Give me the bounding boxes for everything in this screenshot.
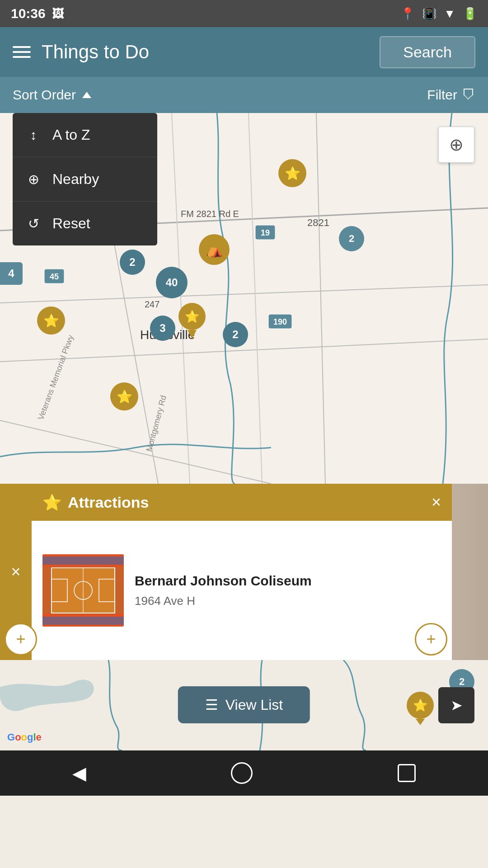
sort-reset-icon: ↺ <box>25 216 42 231</box>
svg-text:190: 190 <box>273 317 287 326</box>
sort-order-button[interactable]: Sort Order <box>13 87 91 103</box>
list-icon: ☰ <box>205 696 218 713</box>
filter-button[interactable]: Filter ⛉ <box>427 87 475 103</box>
pin-circle: ⭐ <box>178 303 206 330</box>
sort-reset[interactable]: ↺ Reset <box>13 202 157 245</box>
battery-icon: 🔋 <box>463 7 477 21</box>
map-marker-gold-2[interactable]: ⭐ <box>37 307 65 335</box>
recents-button[interactable] <box>380 760 434 787</box>
cluster-2-right[interactable]: 2 <box>339 226 364 251</box>
sort-nearby[interactable]: ⊕ Nearby <box>13 157 157 202</box>
image-icon: 🖼 <box>52 7 64 21</box>
map-bottom: 2 ☰ View List ➤ ⭐ Google <box>0 660 488 750</box>
home-button[interactable] <box>213 758 271 788</box>
sort-nearby-icon: ⊕ <box>25 171 42 187</box>
map-marker-gold-3[interactable]: ⭐ <box>110 382 138 410</box>
sort-arrow-icon <box>82 92 91 98</box>
next-card-preview[interactable] <box>452 484 488 660</box>
view-list-button[interactable]: ☰ View List <box>178 686 310 723</box>
svg-rect-27 <box>42 617 124 625</box>
card-panel: ⭐ Attractions × <box>32 484 452 660</box>
map-cluster-3[interactable]: 3 <box>150 316 175 341</box>
sort-a-to-z[interactable]: ↕ A to Z <box>13 113 157 157</box>
panel-close-button[interactable]: × <box>432 493 441 512</box>
svg-text:Veterans Memorial Pkwy: Veterans Memorial Pkwy <box>36 334 75 421</box>
pin-tail <box>188 330 197 339</box>
direction-icon: ➤ <box>450 697 463 714</box>
map-selected-pin[interactable]: ⭐ <box>178 303 206 339</box>
venue-name: Bernard Johnson Coliseum <box>135 573 312 589</box>
location-status-icon: 📍 <box>400 7 415 21</box>
sort-dropdown: ↕ A to Z ⊕ Nearby ↺ Reset <box>13 113 157 245</box>
menu-button[interactable] <box>13 46 31 58</box>
map-cluster-40[interactable]: 40 <box>156 267 188 298</box>
svg-text:45: 45 <box>50 272 59 281</box>
sort-filter-bar: Sort Order Filter ⛉ <box>0 77 488 113</box>
edge-cluster-4[interactable]: 4 <box>0 262 23 285</box>
card-panel-header: ⭐ Attractions × <box>32 484 452 521</box>
crosshair-icon: ⊕ <box>449 135 464 155</box>
view-list-label: View List <box>225 697 283 713</box>
wifi-icon: ▼ <box>444 7 455 21</box>
map-marker-gold-1[interactable]: ⭐ <box>278 159 306 187</box>
svg-line-1 <box>0 285 488 303</box>
app-header: Things to Do Search <box>0 27 488 77</box>
card-image <box>42 554 124 627</box>
recreation-marker[interactable]: ⛺ <box>199 234 230 265</box>
card-content: Bernard Johnson Coliseum 1964 Ave H <box>32 521 452 660</box>
status-bar: 10:36 🖼 📍 📳 ▼ 🔋 <box>0 0 488 27</box>
venue-address: 1964 Ave H <box>135 594 312 608</box>
card-info: Bernard Johnson Coliseum 1964 Ave H <box>135 573 312 608</box>
svg-line-5 <box>249 113 262 484</box>
svg-line-6 <box>316 113 325 484</box>
back-button[interactable]: ◀ <box>54 758 104 788</box>
sort-nearby-label: Nearby <box>52 171 99 188</box>
search-button[interactable]: Search <box>380 36 475 68</box>
page-title: Things to Do <box>42 41 149 63</box>
panel-title-group: ⭐ Attractions <box>42 493 149 511</box>
nav-bar: ◀ <box>0 750 488 796</box>
home-circle-icon <box>231 762 253 784</box>
sort-reset-label: Reset <box>52 215 90 232</box>
court-image <box>42 554 124 627</box>
sort-az-label: A to Z <box>52 127 90 143</box>
recents-square-icon <box>398 764 416 782</box>
svg-text:19: 19 <box>261 228 270 237</box>
filter-icon: ⛉ <box>462 87 475 103</box>
google-logo: Google <box>7 731 42 743</box>
attractions-title: Attractions <box>68 494 149 511</box>
map-cluster-2a[interactable]: 2 <box>120 250 145 275</box>
attractions-star-icon: ⭐ <box>42 493 61 511</box>
attractions-panel: × ⭐ Attractions × <box>0 484 488 660</box>
map-cluster-2b[interactable]: 2 <box>223 322 248 347</box>
sort-order-label: Sort Order <box>13 87 76 103</box>
navigation-button[interactable]: ➤ <box>438 687 474 723</box>
favorite-pin-button[interactable]: ⭐ <box>407 692 434 723</box>
status-time: 10:36 <box>11 6 46 21</box>
my-location-button[interactable]: ⊕ <box>438 127 474 163</box>
sort-az-icon: ↕ <box>25 127 42 143</box>
back-arrow-icon: ◀ <box>72 763 86 783</box>
add-button-right[interactable]: + <box>415 623 447 656</box>
svg-line-3 <box>172 113 190 484</box>
svg-rect-26 <box>42 557 124 565</box>
vibrate-icon: 📳 <box>422 7 436 21</box>
svg-text:247: 247 <box>145 299 160 309</box>
filter-label: Filter <box>427 87 457 103</box>
svg-text:FM 2821 Rd E: FM 2821 Rd E <box>181 209 239 219</box>
svg-text:2821: 2821 <box>307 217 329 228</box>
